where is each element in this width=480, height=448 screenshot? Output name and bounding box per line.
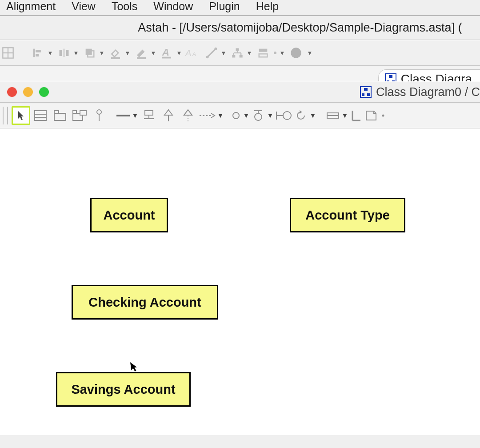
association-class-tool[interactable]: [140, 106, 158, 125]
svg-rect-5: [36, 54, 39, 56]
control-tool[interactable]: [275, 106, 292, 125]
mouse-cursor-icon: [128, 360, 140, 374]
line-color-icon[interactable]: [133, 45, 149, 61]
small-circle-icon[interactable]: [272, 45, 278, 61]
dropdown-icon[interactable]: ▼: [309, 112, 316, 119]
svg-rect-28: [259, 54, 268, 57]
line-style-icon[interactable]: [204, 45, 220, 61]
window-titlebar: Astah - [/Users/satomijoba/Desktop/Sampl…: [0, 16, 480, 40]
dropdown-icon[interactable]: ▼: [73, 50, 79, 56]
dropdown-icon[interactable]: ▼: [150, 50, 156, 56]
class-label: Account Type: [305, 208, 390, 223]
emoji-icon[interactable]: [288, 45, 304, 61]
association-tool[interactable]: [116, 106, 131, 125]
pointer-tool[interactable]: [12, 106, 30, 125]
distribute-horizontal-icon[interactable]: [56, 45, 72, 61]
svg-line-17: [208, 49, 216, 57]
dropdown-icon[interactable]: ▼: [246, 50, 252, 56]
svg-point-19: [214, 48, 217, 50]
diagram-canvas[interactable]: Account Account Type Checking Account Sa…: [0, 128, 480, 435]
subsystem-tool[interactable]: [70, 106, 89, 125]
dropdown-icon[interactable]: ▼: [47, 50, 53, 56]
menu-bar: Alignment View Tools Window Plugin Help: [0, 0, 480, 16]
menu-window[interactable]: Window: [153, 0, 193, 13]
svg-rect-38: [80, 111, 86, 115]
align-left-icon[interactable]: [30, 45, 46, 61]
layer-icon[interactable]: [82, 45, 98, 61]
class-account-type[interactable]: Account Type: [290, 198, 405, 232]
svg-text:A: A: [185, 48, 192, 58]
maximize-window-button[interactable]: [39, 87, 49, 97]
svg-point-48: [233, 112, 239, 119]
dropdown-icon[interactable]: ▼: [341, 112, 348, 119]
page-tool[interactable]: [364, 106, 379, 125]
dropdown-icon[interactable]: ▼: [279, 50, 285, 56]
class-checking-account[interactable]: Checking Account: [72, 285, 218, 320]
package-tool[interactable]: [51, 106, 69, 125]
class-label: Account: [104, 208, 155, 223]
entity-tool[interactable]: [230, 106, 242, 125]
table-grid-icon[interactable]: [0, 45, 16, 61]
anchor-tool[interactable]: [349, 106, 363, 125]
class-savings-account[interactable]: Savings Account: [56, 372, 191, 407]
close-window-button[interactable]: [7, 87, 17, 97]
svg-point-49: [255, 113, 262, 120]
svg-rect-4: [36, 50, 41, 52]
hierarchy-icon[interactable]: [229, 45, 245, 61]
dropdown-icon[interactable]: ▼: [99, 50, 105, 56]
class-tool[interactable]: [31, 106, 50, 125]
svg-point-59: [382, 115, 384, 117]
font-size-icon[interactable]: AA: [185, 45, 201, 61]
svg-rect-9: [86, 49, 92, 55]
dropdown-icon[interactable]: ▼: [220, 50, 227, 56]
svg-point-30: [291, 48, 301, 58]
class-label: Checking Account: [88, 295, 201, 310]
svg-rect-35: [54, 111, 59, 113]
svg-rect-22: [240, 55, 243, 58]
svg-rect-34: [54, 113, 66, 120]
fill-color-icon[interactable]: [108, 45, 124, 61]
minimize-window-button[interactable]: [23, 87, 33, 97]
format-toolbar: ▼ ▼ ▼ ▼ ▼ A ▼ AA ▼: [0, 40, 480, 66]
svg-rect-12: [137, 57, 146, 59]
window-title: Astah - [/Users/satomijoba/Desktop/Sampl…: [138, 21, 462, 35]
interface-tool[interactable]: [90, 106, 108, 125]
dropdown-icon[interactable]: ▼: [176, 50, 182, 56]
svg-rect-31: [35, 111, 46, 120]
class-label: Savings Account: [71, 382, 175, 397]
realization-tool[interactable]: [179, 106, 197, 125]
svg-rect-37: [73, 111, 76, 113]
dropdown-icon[interactable]: ▼: [132, 112, 139, 119]
document-tab[interactable]: Class Diagram0 / C: [360, 85, 480, 99]
refresh-tool[interactable]: [293, 106, 308, 125]
dropdown-icon[interactable]: ▼: [307, 50, 313, 56]
svg-rect-21: [232, 55, 235, 58]
note-tool[interactable]: [325, 106, 340, 125]
svg-text:A: A: [162, 47, 169, 58]
dropdown-icon[interactable]: ▼: [267, 112, 274, 119]
class-diagram-icon: [360, 86, 372, 98]
traffic-lights: [7, 87, 49, 97]
svg-point-39: [97, 110, 101, 114]
stereotype-icon[interactable]: [255, 45, 271, 61]
toolbar-handle-icon[interactable]: [3, 107, 8, 124]
menu-alignment[interactable]: Alignment: [6, 0, 56, 13]
svg-text:A: A: [192, 51, 196, 57]
menu-view[interactable]: View: [72, 0, 96, 13]
menu-help[interactable]: Help: [256, 0, 279, 13]
svg-point-54: [283, 112, 291, 120]
menu-plugin[interactable]: Plugin: [209, 0, 240, 13]
more-icon[interactable]: [380, 106, 387, 125]
svg-point-29: [274, 52, 276, 54]
dependency-tool[interactable]: [198, 106, 216, 125]
dropdown-icon[interactable]: ▼: [217, 112, 224, 119]
svg-rect-7: [66, 50, 69, 56]
svg-rect-14: [162, 57, 171, 59]
class-account[interactable]: Account: [90, 198, 168, 232]
boundary-tool[interactable]: [251, 106, 266, 125]
generalization-tool[interactable]: [159, 106, 178, 125]
menu-tools[interactable]: Tools: [112, 0, 137, 13]
font-color-icon[interactable]: A: [159, 45, 175, 61]
dropdown-icon[interactable]: ▼: [243, 112, 250, 119]
dropdown-icon[interactable]: ▼: [124, 50, 131, 56]
